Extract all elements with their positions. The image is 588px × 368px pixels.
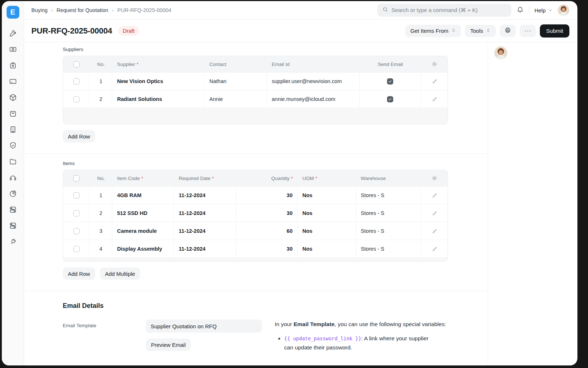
warehouse-cell[interactable]: Stores - S (356, 187, 421, 204)
item-code-cell[interactable]: Camera module (112, 222, 174, 240)
package-icon[interactable] (9, 93, 17, 103)
item-row[interactable]: 1 4GB RAM 11-12-2024 30 Nos Stores - S (63, 186, 448, 204)
edit-row-pencil-icon[interactable] (421, 204, 448, 222)
select-all-checkbox[interactable] (73, 175, 80, 181)
table-footer (63, 108, 448, 124)
plug-icon[interactable] (9, 238, 17, 247)
submit-button[interactable]: Submit (540, 24, 569, 38)
column-header-item-code: Item Code* (112, 170, 174, 186)
warehouse-cell[interactable]: Stores - S (356, 204, 421, 222)
edit-row-pencil-icon[interactable] (421, 90, 448, 108)
select-all-checkbox[interactable] (73, 61, 80, 67)
breadcrumb-request-for-quotation[interactable]: Request for Quotation (57, 7, 108, 13)
sliders-icon[interactable] (9, 205, 17, 215)
card-icon[interactable] (9, 77, 17, 87)
item-row[interactable]: 4 Display Assembly 11-12-2024 30 Nos Sto… (63, 240, 448, 258)
form-area: Suppliers No. Supplier* Contact Email Id… (24, 42, 488, 365)
required-date-cell[interactable]: 11-12-2024 (174, 187, 236, 204)
row-checkbox[interactable] (73, 210, 80, 216)
print-button[interactable] (500, 25, 516, 37)
shield-check-icon[interactable] (9, 141, 17, 151)
user-avatar[interactable] (494, 46, 507, 59)
uom-cell[interactable]: Nos (298, 204, 356, 222)
page-header: PUR-RFQ-2025-00004 Draft Get Items From … (24, 20, 577, 42)
supplier-row[interactable]: 1 New Vision Optics Nathan supplier.user… (63, 72, 448, 90)
column-header-quantity: Quantity* (236, 170, 298, 186)
table-settings-gear-icon[interactable] (421, 56, 448, 72)
item-code-cell[interactable]: 4GB RAM (112, 187, 174, 204)
tools-icon[interactable] (9, 29, 17, 39)
uom-cell[interactable]: Nos (298, 222, 356, 240)
send-email-checkbox[interactable] (387, 96, 393, 102)
tools-button[interactable]: Tools (465, 25, 496, 37)
folder-icon[interactable] (9, 157, 17, 167)
row-checkbox[interactable] (73, 192, 80, 199)
row-checkbox[interactable] (73, 228, 80, 234)
get-items-from-button[interactable]: Get Items From (405, 25, 461, 37)
app-window: E Buying › Request for Quotation (2, 1, 577, 365)
column-header-uom: UOM* (298, 170, 356, 186)
table-settings-gear-icon[interactable] (421, 170, 448, 186)
email-details-heading: Email Details (63, 302, 488, 310)
edit-row-pencil-icon[interactable] (421, 240, 448, 258)
edit-row-pencil-icon[interactable] (421, 222, 448, 240)
more-menu-button[interactable]: ··· (520, 25, 536, 37)
item-row[interactable]: 3 Camera module 11-12-2024 60 Nos Stores… (63, 222, 448, 240)
required-date-cell[interactable]: 11-12-2024 (174, 222, 236, 240)
erpnext-logo-icon[interactable]: E (7, 6, 19, 19)
item-code-cell[interactable]: 512 SSD HD (112, 204, 174, 222)
supplier-name-cell[interactable]: New Vision Optics (112, 73, 205, 90)
items-table-header: No. Item Code* Required Date* Quantity* … (63, 170, 448, 186)
money-icon[interactable] (9, 45, 17, 55)
items-table: No. Item Code* Required Date* Quantity* … (63, 170, 448, 262)
search-icon (382, 7, 388, 14)
suppliers-table: No. Supplier* Contact Email Id Send Emai… (63, 56, 448, 124)
quantity-cell[interactable]: 30 (236, 204, 298, 222)
item-row[interactable]: 2 512 SSD HD 11-12-2024 30 Nos Stores - … (63, 204, 448, 222)
user-avatar[interactable] (558, 4, 569, 16)
email-cell[interactable]: supplier.user@newvision.com (267, 73, 360, 90)
cash-register-icon[interactable] (9, 61, 17, 71)
supplier-row[interactable]: 2 Radiant Solutions Annie annie.munsey@i… (63, 90, 448, 108)
email-template-input[interactable] (146, 320, 262, 333)
required-date-cell[interactable]: 11-12-2024 (174, 240, 236, 258)
email-cell[interactable]: annie.munsey@icloud.com (267, 90, 360, 108)
building-icon[interactable] (9, 125, 17, 135)
help-menu[interactable]: Help (534, 7, 553, 13)
quantity-cell[interactable]: 30 (236, 187, 298, 204)
items-add-multiple-button[interactable]: Add Multiple (100, 267, 140, 280)
warehouse-cell[interactable]: Stores - S (356, 240, 421, 258)
supplier-name-cell[interactable]: Radiant Solutions (112, 90, 205, 108)
edit-row-pencil-icon[interactable] (421, 187, 448, 204)
preview-email-button[interactable]: Preview Email (146, 338, 191, 351)
contact-cell[interactable]: Annie (205, 90, 267, 108)
items-add-row-button[interactable]: Add Row (63, 267, 95, 280)
search-input[interactable]: Search or type a command (⌘ + K) (378, 4, 511, 17)
warehouse-cell[interactable]: Stores - S (356, 222, 421, 240)
edit-row-pencil-icon[interactable] (421, 73, 448, 90)
required-date-cell[interactable]: 11-12-2024 (174, 204, 236, 222)
quantity-cell[interactable]: 30 (236, 240, 298, 258)
notification-bell-icon[interactable] (517, 6, 524, 15)
shopping-bag-icon[interactable] (9, 109, 17, 119)
uom-cell[interactable]: Nos (298, 240, 356, 258)
suppliers-section: Suppliers No. Supplier* Contact Email Id… (24, 42, 488, 153)
uom-cell[interactable]: Nos (298, 187, 356, 204)
pie-chart-icon[interactable] (9, 189, 17, 199)
row-checkbox[interactable] (73, 78, 80, 85)
contact-cell[interactable]: Nathan (205, 73, 267, 90)
sliders-icon[interactable] (9, 222, 17, 231)
column-header-warehouse: Warehouse (356, 170, 421, 186)
suppliers-add-row-button[interactable]: Add Row (63, 130, 95, 142)
breadcrumb-buying[interactable]: Buying (31, 7, 47, 13)
breadcrumb-separator: › (51, 7, 53, 13)
headset-icon[interactable] (9, 173, 17, 183)
help-label: Help (534, 7, 546, 13)
suppliers-table-header: No. Supplier* Contact Email Id Send Emai… (63, 56, 448, 72)
item-code-cell[interactable]: Display Assembly (112, 240, 174, 258)
row-checkbox[interactable] (73, 96, 80, 102)
row-checkbox[interactable] (73, 246, 80, 252)
row-number: 1 (90, 187, 112, 204)
quantity-cell[interactable]: 60 (236, 222, 298, 240)
send-email-checkbox[interactable] (387, 78, 393, 85)
